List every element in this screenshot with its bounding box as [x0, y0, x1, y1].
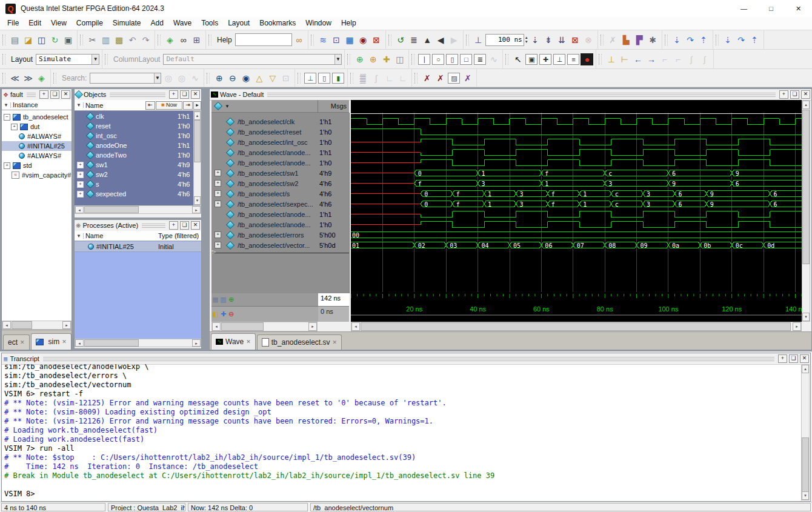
toolbar-grip[interactable]: [388, 35, 391, 45]
toolbar-grip[interactable]: [601, 35, 604, 45]
menu-wave[interactable]: Wave: [168, 17, 196, 30]
wave-signal-value-row[interactable]: 1'h1: [318, 209, 349, 219]
toolbar-grip[interactable]: [2, 73, 5, 84]
expand-icon[interactable]: +: [77, 171, 84, 178]
expand-icon[interactable]: +: [215, 242, 221, 248]
cut-button[interactable]: ✂: [86, 34, 99, 46]
expand-out-button[interactable]: ≫: [22, 72, 35, 84]
restart-button[interactable]: ↺: [394, 34, 407, 46]
print-button[interactable]: ▣: [62, 34, 75, 46]
add-panel-button[interactable]: +: [169, 90, 178, 99]
wave-signal-row[interactable]: +/tb_anodeselect/sw2: [211, 178, 318, 188]
scroll-up-button[interactable]: ▴: [194, 111, 201, 120]
menu-simulate[interactable]: Simulate: [108, 17, 146, 30]
cursor-mode-button[interactable]: ⊥: [553, 54, 565, 65]
tab-sim[interactable]: sim✕: [31, 333, 72, 350]
object-row-anodeTwo[interactable]: anodeTwo1'h0: [75, 150, 193, 160]
transition-cycle-button[interactable]: ↷: [684, 34, 697, 46]
processes-column-header[interactable]: ▼ Name Type (filtered): [75, 231, 201, 241]
delete-cursor-icon[interactable]: ⊖: [227, 310, 235, 318]
find-button[interactable]: ∞: [177, 34, 190, 46]
scroll-left-button[interactable]: ◂: [2, 321, 11, 329]
object-row-clk[interactable]: clk1'h1: [75, 111, 193, 121]
menu-window[interactable]: Window: [301, 17, 336, 30]
scroll-left-button[interactable]: ◂: [75, 206, 84, 213]
object-row-s[interactable]: +s4'h6: [75, 179, 193, 189]
panel-grip[interactable]: [267, 93, 776, 97]
scroll-thumb[interactable]: [194, 120, 201, 162]
zoom-mode-button[interactable]: ▣: [525, 54, 537, 65]
close-panel-button[interactable]: ✕: [801, 90, 810, 99]
end-sim-button[interactable]: ⊠: [370, 34, 383, 46]
save-layout-button[interactable]: ◫: [393, 53, 406, 65]
objects-hscrollbar[interactable]: ◂▸: [75, 205, 201, 214]
scroll-thumb[interactable]: [802, 437, 809, 492]
wave-signal-value-row[interactable]: 4'h9: [318, 168, 349, 178]
close-panel-button[interactable]: ✕: [191, 221, 200, 230]
structure-hscrollbar[interactable]: ◂▸: [2, 321, 72, 330]
run-button[interactable]: ⇣: [529, 34, 542, 46]
tree-item-tbanodeselect[interactable]: −tb_anodeselect: [2, 112, 72, 122]
event-mode-button[interactable]: ○: [432, 54, 444, 65]
object-row-sw2[interactable]: +sw24'h6: [75, 170, 193, 179]
insert-mode-button[interactable]: ⊥: [304, 73, 316, 84]
tree-item-always[interactable]: #ALWAYS#: [2, 131, 72, 141]
close-tab-icon[interactable]: ✕: [20, 339, 25, 345]
transcript-vscrollbar[interactable]: ▴▾: [801, 364, 810, 500]
toolbar-grip[interactable]: [298, 73, 301, 84]
sim-assert-button[interactable]: ◉: [357, 34, 370, 46]
expand-icon[interactable]: +: [215, 190, 221, 197]
filter-icon[interactable]: ▼: [76, 102, 84, 108]
collapse-icon[interactable]: −: [4, 114, 10, 121]
wave-signal-row[interactable]: /tb_anodeselect/int_osc: [211, 137, 318, 147]
reload-button[interactable]: ↻: [48, 34, 61, 46]
float-panel-button[interactable]: ❏: [790, 90, 799, 99]
copy-button[interactable]: ▥: [99, 34, 112, 46]
toolbar-grip[interactable]: [2, 35, 5, 45]
stamp-clear-button[interactable]: ⊢: [618, 53, 631, 65]
object-row-reset[interactable]: reset1'h0: [75, 121, 193, 131]
scroll-thumb[interactable]: [12, 321, 32, 329]
objects-vscrollbar[interactable]: ▴▾: [193, 111, 201, 205]
wave-signal-row[interactable]: /tb_anodeselect/anode...: [211, 209, 318, 219]
tree-item-always[interactable]: #ALWAYS#: [2, 151, 72, 161]
chevron-down-icon[interactable]: ▼: [225, 104, 230, 109]
panel-grip[interactable]: [43, 357, 774, 361]
find-next-edge-button[interactable]: ⇣: [722, 34, 734, 46]
toolbar-grip[interactable]: [53, 73, 56, 84]
expand-icon[interactable]: +: [77, 191, 84, 198]
new-file-button[interactable]: ▤: [8, 34, 21, 46]
collapse-columns-button[interactable]: ⇤: [145, 101, 155, 110]
wave-names-hscrollbar[interactable]: ◂▸: [211, 322, 318, 331]
wave-vscrollbar[interactable]: ▴▾: [802, 100, 810, 322]
toolbar-grip[interactable]: [208, 35, 211, 45]
object-row-sexpected[interactable]: +sexpected4'h6: [75, 189, 193, 199]
layout-combo[interactable]: Simulate▼: [36, 54, 99, 65]
wave-signal-row[interactable]: /tb_anodeselect/clk: [211, 116, 318, 127]
spinner-icons[interactable]: ▲▼: [525, 36, 528, 44]
all-mode-button[interactable]: ≣: [474, 54, 486, 65]
wave-signal-value-row[interactable]: 1'h1: [318, 147, 349, 158]
memory-button[interactable]: ▛: [633, 34, 646, 46]
pause-hand-button[interactable]: ✱: [647, 34, 659, 46]
close-tab-icon[interactable]: ✕: [333, 339, 338, 345]
spin-down-icon[interactable]: ▼: [525, 40, 528, 44]
close-panel-button[interactable]: ✕: [800, 354, 809, 363]
wave-signal-value-row[interactable]: 4'h6: [318, 188, 349, 199]
close-panel-button[interactable]: ✕: [61, 90, 70, 99]
tab-wave[interactable]: ∿Wave✕: [211, 333, 256, 350]
wave-signal-value-row[interactable]: 5'h0d: [318, 240, 349, 250]
wave-signal-value-row[interactable]: 1'h0: [318, 127, 349, 137]
wave-names-header[interactable]: ▼: [211, 100, 318, 113]
add-selected-button[interactable]: ⊕: [353, 53, 366, 65]
expand-icon[interactable]: +: [215, 180, 221, 187]
wave-signal-value-row[interactable]: 4'h6: [318, 199, 349, 209]
scroll-right-button[interactable]: ▸: [192, 339, 201, 347]
wave-signal-row[interactable]: /tb_anodeselect/reset: [211, 127, 318, 137]
menu-bookmarks[interactable]: Bookmarks: [255, 17, 301, 30]
toolbar-grip[interactable]: [716, 35, 719, 45]
wave-signal-row[interactable]: /tb_anodeselect/anode...: [211, 147, 318, 158]
sim-doc-button[interactable]: ⊡: [330, 34, 343, 46]
erase-button[interactable]: ✗: [461, 72, 474, 84]
run-length-button[interactable]: ⊥: [472, 34, 485, 46]
